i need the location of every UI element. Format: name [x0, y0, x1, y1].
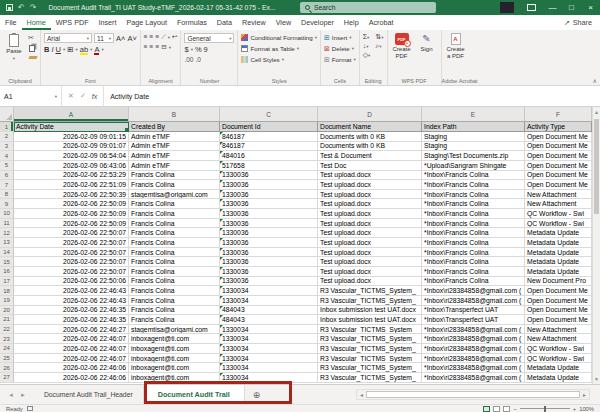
cell-B5[interactable]: Admin eTMF — [129, 161, 220, 171]
cell-A6[interactable]: 2026-02-06 22:53:29 — [14, 171, 129, 181]
cell-B6[interactable]: Francis Colina — [129, 171, 220, 181]
cell-B23[interactable]: inboxagent@ti.com — [129, 334, 220, 344]
cell-C20[interactable]: 484043 — [220, 306, 318, 316]
cell-F10[interactable]: QC Workflow - Swi — [525, 209, 592, 219]
cell-F2[interactable]: Open Document Me — [525, 132, 592, 142]
cell-A13[interactable]: 2026-02-06 22:50:07 — [14, 238, 129, 248]
cell-D9[interactable]: Test upload.docx — [318, 199, 422, 209]
cell-B27[interactable]: inboxagent@ti.com — [129, 373, 220, 383]
cell-C27[interactable]: 1330034 — [220, 373, 318, 383]
cell-C22[interactable]: 1330034 — [220, 325, 318, 335]
cell-A27[interactable]: 2026-02-06 22:46:06 — [14, 373, 129, 383]
scroll-left-icon[interactable]: ◄ — [357, 392, 366, 398]
cell-A4[interactable]: 2026-02-09 06:54:04 — [14, 151, 129, 161]
cell-A16[interactable]: 2026-02-06 22:50:07 — [14, 267, 129, 277]
cell-C12[interactable]: 1330036 — [220, 228, 318, 238]
cell-A1[interactable]: Activity Date — [14, 122, 129, 132]
cell-C4[interactable]: 484016 — [220, 151, 318, 161]
font-name-select[interactable]: Arial▾ — [44, 33, 92, 43]
row-header-21[interactable]: 21 — [0, 315, 14, 325]
new-sheet-icon[interactable]: ⊕ — [253, 390, 261, 400]
cell-E6[interactable]: *Inbox\Francis Colina — [422, 171, 525, 181]
row-header-11[interactable]: 11 — [0, 219, 14, 229]
cell-B2[interactable]: Admin eTMF — [129, 132, 220, 142]
delete-cells-button[interactable]: ⊠Delete▾ — [324, 44, 356, 53]
cell-E17[interactable]: *Inbox\Francis Colina — [422, 277, 525, 287]
cell-E24[interactable]: *Inbox\ri28384858@gmail.com ( — [422, 344, 525, 354]
create-pdf-button[interactable]: PDF CreatePDF — [391, 33, 413, 60]
maximize-button[interactable]: □ — [562, 0, 581, 15]
scroll-right-icon[interactable]: ► — [580, 392, 589, 398]
cell-E2[interactable]: Staging — [422, 132, 525, 142]
cell-F15[interactable]: Metadata Update — [525, 257, 592, 267]
align-left-icon[interactable]: ≡ — [144, 43, 148, 51]
conditional-formatting-button[interactable]: Conditional Formatting▾ — [241, 33, 317, 42]
minimize-button[interactable]: — — [543, 0, 562, 15]
cell-D1[interactable]: Document Name — [318, 122, 422, 132]
menu-tab-developer[interactable]: Developer — [296, 15, 339, 30]
cell-A7[interactable]: 2026-02-06 22:51:09 — [14, 180, 129, 190]
row-header-12[interactable]: 12 — [0, 228, 14, 238]
user-avatar[interactable] — [500, 2, 514, 13]
cell-A3[interactable]: 2026-02-09 09:01:07 — [14, 142, 129, 152]
cell-C17[interactable]: 1330036 — [220, 277, 318, 287]
cell-C8[interactable]: 1330036 — [220, 190, 318, 200]
cell-A20[interactable]: 2026-02-06 22:46:35 — [14, 306, 129, 316]
cell-F7[interactable]: Open Document Me — [525, 180, 592, 190]
align-top-icon[interactable]: ≡ — [144, 33, 148, 41]
cell-E10[interactable]: *Inbox\Francis Colina — [422, 209, 525, 219]
row-header-10[interactable]: 10 — [0, 209, 14, 219]
zoom-slider-thumb[interactable] — [544, 406, 546, 412]
col-header-B[interactable]: B — [129, 107, 220, 121]
row-header-2[interactable]: 2 — [0, 132, 14, 142]
row-header-5[interactable]: 5 — [0, 161, 14, 171]
row-header-1[interactable]: 1 — [0, 122, 14, 132]
cell-A22[interactable]: 2026-02-06 22:46:27 — [14, 325, 129, 335]
align-center-icon[interactable]: ≡ — [150, 43, 154, 51]
menu-tab-home[interactable]: Home — [22, 15, 51, 30]
cell-E20[interactable]: *Inbox\Transperfect UAT — [422, 306, 525, 316]
cell-C11[interactable]: 1330036 — [220, 219, 318, 229]
page-break-view-icon[interactable] — [503, 406, 510, 412]
cell-C18[interactable]: 1330034 — [220, 286, 318, 296]
row-header-18[interactable]: 18 — [0, 286, 14, 296]
shrink-font-icon[interactable]: A˅ — [127, 34, 136, 43]
cell-B24[interactable]: inboxagent@ti.com — [129, 344, 220, 354]
align-right-icon[interactable]: ≡ — [155, 43, 159, 51]
cell-D2[interactable]: Documents with 0 KB — [318, 132, 422, 142]
col-header-D[interactable]: D — [318, 107, 422, 121]
comma-format-icon[interactable]: 9 — [204, 45, 208, 54]
zoom-in-icon[interactable]: + — [573, 406, 576, 412]
underline-button[interactable]: U — [56, 45, 61, 54]
cell-D12[interactable]: Test upload.docx — [318, 228, 422, 238]
cell-F1[interactable]: Activity Type — [525, 122, 592, 132]
format-cells-button[interactable]: ⊞Format▾ — [324, 55, 356, 64]
copy-icon[interactable] — [29, 45, 35, 52]
cell-D18[interactable]: R3 Vascular_TICTMS_System_ — [318, 286, 422, 296]
cell-A12[interactable]: 2026-02-06 22:50:07 — [14, 228, 129, 238]
menu-tab-data[interactable]: Data — [212, 15, 237, 30]
cell-A5[interactable]: 2026-02-09 06:43:06 — [14, 161, 129, 171]
zoom-slider[interactable] — [520, 408, 570, 409]
cell-E14[interactable]: *Inbox\Francis Colina — [422, 248, 525, 258]
col-header-C[interactable]: C — [220, 107, 318, 121]
align-bottom-icon[interactable]: ≡ — [155, 33, 159, 41]
cell-C19[interactable]: 1330034 — [220, 296, 318, 306]
cell-C7[interactable]: 1330036 — [220, 180, 318, 190]
cell-C9[interactable]: 1330036 — [220, 199, 318, 209]
row-header-20[interactable]: 20 — [0, 306, 14, 316]
cell-D13[interactable]: Test upload.docx — [318, 238, 422, 248]
cell-D14[interactable]: Test upload.docx — [318, 248, 422, 258]
name-box[interactable]: A1▾ — [0, 86, 62, 106]
confirm-entry-icon[interactable]: ✓ — [80, 92, 86, 100]
cell-C2[interactable]: 846187 — [220, 132, 318, 142]
cell-D4[interactable]: Test & Document — [318, 151, 422, 161]
cell-A10[interactable]: 2026-02-06 22:50:09 — [14, 209, 129, 219]
cell-E5[interactable]: *Upload\Sangram Shingate — [422, 161, 525, 171]
search-box[interactable]: Search — [300, 2, 436, 13]
cell-F11[interactable]: QC Workflow - Swi — [525, 219, 592, 229]
cell-D17[interactable]: Test upload.docx — [318, 277, 422, 287]
cell-E9[interactable]: *Inbox\Francis Colina — [422, 199, 525, 209]
save-icon[interactable] — [6, 4, 13, 11]
borders-icon[interactable]: ⊞ — [67, 45, 73, 54]
